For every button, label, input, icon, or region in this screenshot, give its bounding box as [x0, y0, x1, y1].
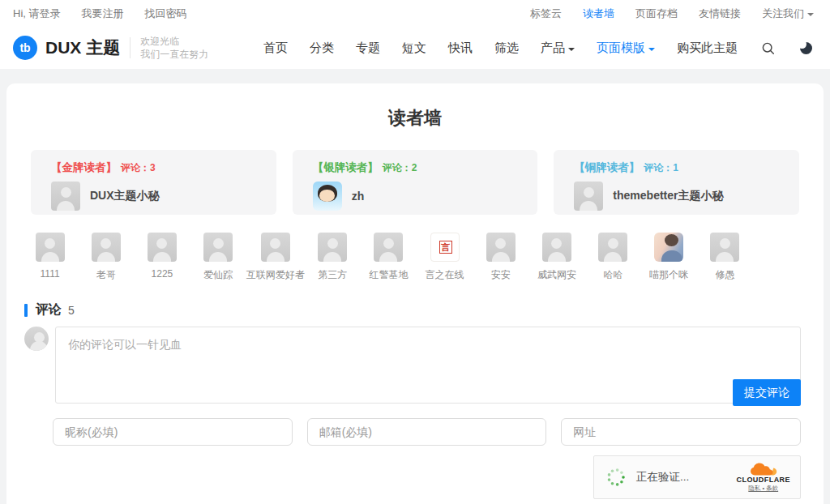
rank-card-gold: 【金牌读者】评论：3 DUX主题小秘 — [31, 150, 276, 215]
tag-cloud-link[interactable]: 标签云 — [530, 6, 562, 21]
nav-page-templates-menu[interactable]: 页面模版 — [597, 41, 655, 56]
rank-user[interactable]: DUX主题小秘 — [51, 182, 276, 211]
register-link[interactable]: 我要注册 — [82, 6, 124, 21]
reader-item[interactable]: 哈哈 — [585, 233, 641, 282]
reader-item[interactable]: 互联网爱好者 — [246, 233, 305, 282]
nickname-field[interactable] — [53, 418, 293, 446]
nav-products-menu[interactable]: 产品 — [541, 41, 575, 56]
rank-card-bronze: 【铜牌读者】评论：1 themebetter主题小秘 — [554, 150, 799, 215]
user-avatar-placeholder-icon — [203, 233, 233, 262]
privacy-terms-links[interactable]: 隐私 • 条款 — [748, 485, 778, 492]
section-accent-bar — [24, 304, 28, 317]
moon-icon — [800, 42, 812, 54]
nav-home[interactable]: 首页 — [263, 41, 288, 56]
readers-row: 1111 老哥 1225 爱仙踪 互联网爱好者 第三方 红警基地 言言之在线 安… — [22, 233, 753, 282]
reader-item[interactable]: 1111 — [22, 233, 78, 282]
reader-wall-link[interactable]: 读者墙 — [583, 6, 614, 21]
page-archive-link[interactable]: 页面存档 — [635, 6, 678, 21]
reader-name: 第三方 — [318, 268, 347, 282]
reader-name: 1225 — [152, 268, 173, 280]
rank-user[interactable]: themebetter主题小秘 — [574, 182, 799, 211]
reader-name: 1111 — [41, 268, 60, 280]
rank-title: 【金牌读者】评论：3 — [51, 160, 276, 175]
topbar-right: 标签云 读者墙 页面存档 友情链接 关注我们 — [530, 6, 814, 21]
rank-comment-count: 评论：3 — [121, 162, 156, 173]
reader-item[interactable]: 修愚 — [697, 233, 753, 282]
follow-us-label: 关注我们 — [762, 7, 804, 19]
nav-short-posts[interactable]: 短文 — [402, 41, 426, 56]
user-avatar-illustration-icon — [654, 233, 683, 262]
site-header: tb DUX 主题 欢迎光临 我们一直在努力 首页 分类 专题 短文 快讯 筛选… — [0, 27, 830, 69]
reader-name: 哈哈 — [603, 268, 622, 282]
user-avatar-placeholder-icon — [92, 233, 121, 262]
dark-mode-toggle[interactable] — [798, 40, 814, 56]
chevron-down-icon — [807, 13, 814, 16]
nav-buy-theme[interactable]: 购买此主题 — [677, 41, 738, 56]
page-title: 读者墙 — [6, 83, 824, 130]
user-avatar-placeholder-icon — [598, 233, 627, 262]
spinner-icon — [605, 467, 627, 488]
email-field[interactable] — [307, 418, 547, 446]
submit-comment-button[interactable]: 提交评论 — [733, 379, 801, 406]
user-avatar-placeholder-icon — [51, 182, 80, 211]
reader-item[interactable]: 喵那个咪 — [641, 233, 697, 282]
comments-title: 评论 — [36, 301, 62, 318]
reader-name: 老哥 — [96, 268, 116, 282]
friend-links-link[interactable]: 友情链接 — [699, 6, 741, 21]
reader-item[interactable]: 红警基地 — [361, 233, 417, 282]
user-avatar-placeholder-icon — [574, 182, 603, 211]
search-icon[interactable] — [759, 40, 776, 56]
user-avatar-placeholder-icon — [542, 233, 571, 262]
reader-item[interactable]: 威武网安 — [528, 233, 584, 282]
cloudflare-cloud-icon — [749, 463, 778, 476]
nav-filter[interactable]: 筛选 — [494, 41, 519, 56]
follow-us-menu[interactable]: 关注我们 — [762, 6, 814, 21]
nav-categories[interactable]: 分类 — [310, 41, 334, 56]
nav-products-label: 产品 — [541, 41, 565, 54]
website-field[interactable] — [561, 418, 801, 446]
find-password-link[interactable]: 找回密码 — [145, 6, 187, 21]
reader-name: 红警基地 — [369, 268, 408, 282]
reader-name: 互联网爱好者 — [246, 268, 305, 282]
rank-card-silver: 【银牌读者】评论：2 zh — [293, 150, 538, 215]
reader-item[interactable]: 老哥 — [78, 233, 134, 282]
topbar: Hi, 请登录 我要注册 找回密码 标签云 读者墙 页面存档 友情链接 关注我们 — [0, 0, 830, 27]
nav-news[interactable]: 快讯 — [448, 41, 473, 56]
reader-name: 威武网安 — [537, 268, 576, 282]
comments-count: 5 — [68, 304, 75, 317]
rank-title: 【铜牌读者】评论：1 — [574, 160, 799, 175]
user-avatar-placeholder-icon — [486, 233, 516, 262]
turnstile-row: 正在验证... CLOUDFLARE 隐私 • 条款 — [6, 455, 801, 499]
cloudflare-brand: CLOUDFLARE 隐私 • 条款 — [737, 463, 791, 493]
rank-label: 【金牌读者】 — [51, 161, 117, 173]
reader-item[interactable]: 爱仙踪 — [190, 233, 246, 282]
nav-page-templates-label: 页面模版 — [597, 41, 645, 54]
commenter-avatar-placeholder-icon — [24, 327, 49, 351]
user-avatar-cartoon-icon — [313, 182, 342, 211]
reader-item[interactable]: 第三方 — [305, 233, 361, 282]
comment-form: 提交评论 — [24, 327, 801, 404]
rank-cards-row: 【金牌读者】评论：3 DUX主题小秘 【银牌读者】评论：2 zh 【铜牌读者】评… — [31, 150, 799, 215]
nav-topics[interactable]: 专题 — [356, 41, 380, 56]
reader-item[interactable]: 安安 — [473, 233, 528, 282]
topbar-left: Hi, 请登录 我要注册 找回密码 — [13, 6, 187, 21]
cloudflare-turnstile-widget[interactable]: 正在验证... CLOUDFLARE 隐私 • 条款 — [593, 455, 801, 499]
reader-name: 修愚 — [715, 268, 734, 282]
user-avatar-placeholder-icon — [261, 233, 290, 262]
comments-section-header: 评论 5 — [24, 301, 824, 318]
rank-user[interactable]: zh — [313, 182, 538, 211]
site-name[interactable]: DUX 主题 — [45, 36, 120, 59]
reader-item[interactable]: 言言之在线 — [417, 233, 473, 282]
user-avatar-placeholder-icon — [318, 233, 347, 262]
rank-title: 【银牌读者】评论：2 — [313, 160, 538, 175]
reader-item[interactable]: 1225 — [134, 233, 190, 282]
user-avatar-seal-icon: 言 — [430, 233, 460, 262]
comment-textarea[interactable] — [56, 327, 800, 403]
site-logo[interactable]: tb — [13, 36, 37, 60]
reader-name: 安安 — [491, 268, 511, 282]
rank-comment-count: 评论：1 — [644, 162, 678, 173]
verifying-status: 正在验证... — [636, 470, 689, 485]
login-link[interactable]: Hi, 请登录 — [13, 6, 61, 21]
rank-label: 【铜牌读者】 — [574, 161, 640, 173]
rank-user-name: zh — [352, 190, 365, 203]
